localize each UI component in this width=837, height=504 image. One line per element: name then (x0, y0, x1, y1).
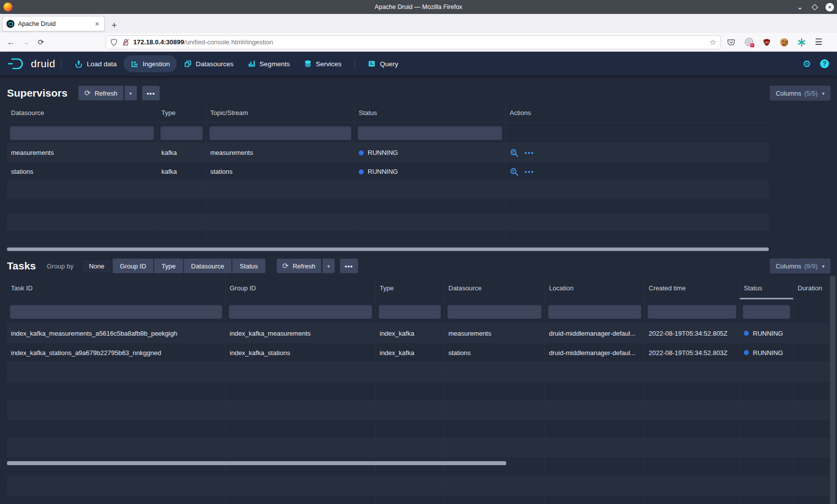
tasks-title: Tasks (7, 260, 36, 272)
back-button[interactable]: ← (7, 38, 15, 47)
supervisor-filter-input-topic-stream[interactable] (209, 126, 351, 140)
tab-close-icon[interactable]: × (94, 20, 100, 28)
supervisor-header-row: DatasourceTypeTopic/StreamStatusActions (7, 104, 769, 123)
tasks-vscrollbar[interactable] (830, 276, 836, 504)
tasks-refresh-caret-button[interactable]: ▾ (322, 258, 335, 273)
task-empty-cell (376, 381, 444, 400)
supervisor-header-type[interactable]: Type (157, 104, 206, 123)
new-tab-button[interactable]: + (112, 22, 117, 29)
supervisors-more-button[interactable]: ••• (142, 86, 160, 101)
task-header-status[interactable]: Status (740, 277, 794, 300)
task-cell: druid-middlemanager-defaul... (545, 343, 645, 362)
supervisor-row[interactable]: stationskafkastationsRUNNING••• (7, 162, 769, 181)
nav-label: Datasources (196, 60, 234, 68)
supervisor-filter-cell (355, 123, 506, 143)
task-cell: RUNNING (740, 324, 794, 343)
task-row[interactable]: index_kafka_stations_a9a679b22795b63_nnk… (7, 343, 830, 363)
ublock-origin-icon[interactable]: uO (763, 38, 771, 46)
bookmark-star-icon[interactable]: ☆ (709, 38, 716, 47)
task-header-created-time[interactable]: Created time (645, 277, 740, 300)
task-header-group-id[interactable]: Group ID (226, 277, 376, 300)
task-empty-cell (794, 381, 830, 400)
supervisor-header-topic-stream[interactable]: Topic/Stream (206, 104, 355, 123)
nav-item-segments[interactable]: Segments (241, 55, 297, 72)
group-by-option-none[interactable]: None (81, 258, 112, 273)
supervisors-header: Supervisors ⟳ Refresh ▾ ••• Columns (5/5… (0, 76, 837, 104)
nav-item-services[interactable]: Services (297, 55, 349, 72)
supervisor-header-datasource[interactable]: Datasource (7, 104, 157, 123)
refresh-label: Refresh (95, 90, 118, 97)
nav-item-load-data[interactable]: Load data (68, 55, 124, 72)
nav-item-datasources[interactable]: Datasources (177, 55, 241, 72)
cookie-icon[interactable] (780, 38, 788, 46)
asterisk-extension-icon[interactable] (798, 38, 806, 46)
supervisor-cell: stations (206, 162, 355, 181)
supervisor-filter-input-datasource[interactable] (10, 126, 154, 140)
task-header-datasource[interactable]: Datasource (444, 277, 545, 300)
tasks-columns-button[interactable]: Columns (9/9) ▾ (770, 258, 831, 273)
group-by-option-group-id[interactable]: Group ID (113, 258, 154, 273)
tracking-shield-icon[interactable] (110, 38, 118, 46)
supervisor-filter-input-status[interactable] (358, 126, 502, 140)
console-content: Supervisors ⟳ Refresh ▾ ••• Columns (5/5… (0, 76, 837, 504)
actions-more-icon[interactable]: ••• (525, 168, 535, 175)
task-header-task-id[interactable]: Task ID (7, 277, 226, 300)
supervisor-filter-input-type[interactable] (160, 126, 203, 140)
gear-icon[interactable]: ⚙ (803, 58, 811, 70)
actions-more-icon[interactable]: ••• (525, 149, 535, 156)
inspect-magnifier-icon[interactable] (510, 167, 519, 176)
task-filter-input-status[interactable] (743, 305, 790, 319)
task-header-duration[interactable]: Duration (794, 277, 830, 300)
menu-icon[interactable]: ☰ (815, 37, 823, 47)
group-by-option-type[interactable]: Type (154, 258, 183, 273)
inspect-magnifier-icon[interactable] (510, 148, 519, 157)
supervisors-refresh-caret-button[interactable]: ▾ (125, 86, 137, 101)
supervisors-hscrollbar[interactable] (7, 248, 769, 251)
task-filter-input-task-id[interactable] (10, 305, 222, 319)
task-empty-cell (444, 381, 545, 400)
task-row[interactable]: index_kafka_measurements_a5616c5ba8afb8b… (7, 324, 830, 343)
supervisor-header-actions[interactable]: Actions (506, 104, 769, 123)
window-minimize-icon[interactable]: ⌄ (796, 3, 804, 11)
task-filter-input-group-id[interactable] (229, 305, 372, 319)
supervisor-empty-cell (355, 231, 506, 247)
task-empty-row (7, 495, 830, 504)
supervisors-refresh-button[interactable]: ⟳ Refresh (78, 86, 123, 101)
reload-button[interactable]: ⟳ (38, 38, 44, 47)
task-empty-cell (226, 476, 376, 495)
druid-brand[interactable]: druid (7, 57, 55, 71)
task-header-type[interactable]: Type (376, 277, 444, 300)
task-empty-cell (226, 438, 376, 457)
nav-item-ingestion[interactable]: Ingestion (124, 55, 177, 72)
task-filter-input-created-time[interactable] (648, 305, 736, 319)
supervisor-header-status[interactable]: Status (355, 104, 506, 123)
task-filter-input-datasource[interactable] (447, 305, 542, 319)
task-empty-cell (376, 476, 444, 495)
tasks-refresh-button[interactable]: ⟳ Refresh (277, 258, 321, 273)
nav-label: Segments (260, 60, 290, 68)
group-by-option-datasource[interactable]: Datasource (184, 258, 232, 273)
services-icon (304, 60, 312, 68)
group-by-option-status[interactable]: Status (232, 258, 266, 273)
insecure-lock-icon[interactable] (122, 38, 130, 46)
url-bar[interactable]: 172.18.0.4:30899/unified-console.html#in… (106, 35, 721, 49)
supervisors-columns-button[interactable]: Columns (5/5) ▾ (770, 86, 831, 101)
task-empty-cell (645, 381, 740, 400)
window-restore-icon[interactable] (811, 3, 819, 11)
task-empty-cell (545, 457, 645, 476)
task-empty-cell (545, 400, 645, 419)
tab-apache-druid[interactable]: Apache Druid × (2, 16, 105, 31)
window-close-icon[interactable]: × (826, 3, 834, 11)
help-icon[interactable]: ? (820, 59, 829, 68)
task-header-location[interactable]: Location (545, 277, 645, 300)
extension-icon[interactable]: ◌× (745, 38, 753, 46)
tasks-more-button[interactable]: ••• (340, 258, 358, 273)
task-filter-input-location[interactable] (548, 305, 641, 319)
columns-label: Columns (776, 262, 801, 270)
group-by-label: Group by (47, 262, 73, 270)
tasks-hscrollbar[interactable] (7, 461, 506, 465)
pocket-icon[interactable] (727, 38, 735, 46)
nav-item-query[interactable]: Query (361, 55, 405, 72)
task-filter-input-type[interactable] (379, 305, 441, 319)
supervisor-row[interactable]: measurementskafkameasurementsRUNNING••• (7, 143, 769, 162)
